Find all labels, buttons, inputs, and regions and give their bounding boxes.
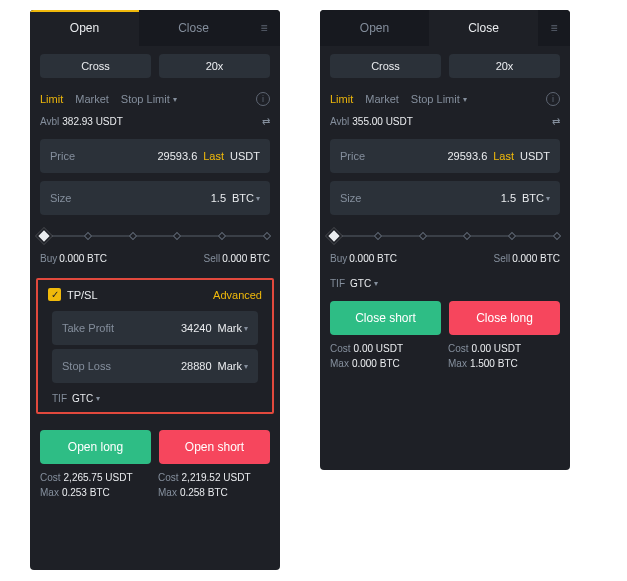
slider-tick [374, 232, 382, 240]
open-short-button[interactable]: Open short [159, 430, 270, 464]
max-short-value: 0.000 BTC [352, 358, 400, 369]
open-long-button[interactable]: Open long [40, 430, 151, 464]
close-long-button[interactable]: Close long [449, 301, 560, 335]
submit-row: Open long Open short [30, 420, 280, 470]
size-label: Size [50, 192, 71, 204]
slider-tick [263, 232, 271, 240]
slider-handle[interactable] [326, 228, 343, 245]
size-input[interactable]: Size 1.5 BTC [330, 181, 560, 215]
last-price-button[interactable]: Last [203, 150, 224, 162]
max-label-short: Max [158, 487, 177, 498]
price-input[interactable]: Price 29593.6 Last USDT [330, 139, 560, 173]
chevron-down-icon: ▾ [463, 95, 467, 104]
submit-row: Close short Close long [320, 291, 570, 341]
avbl-value: 382.93 USDT [62, 116, 123, 127]
tab-close[interactable]: Close [139, 10, 248, 46]
avbl-value: 355.00 USDT [352, 116, 413, 127]
preferences-button[interactable]: ≡ [538, 10, 570, 46]
tif-select[interactable]: GTC [72, 393, 100, 404]
tp-trigger-select[interactable]: Mark [218, 322, 248, 334]
type-limit[interactable]: Limit [330, 93, 353, 105]
buy-label: Buy [330, 253, 347, 264]
price-input[interactable]: Price 29593.6 Last USDT [40, 139, 270, 173]
transfer-icon[interactable]: ⇄ [552, 116, 560, 127]
max-row: Max0.253 BTC Max0.258 BTC [30, 485, 280, 500]
sell-label: Sell [494, 253, 511, 264]
margin-leverage-row: Cross 20x [30, 46, 280, 82]
preferences-button[interactable]: ≡ [248, 10, 280, 46]
order-type-tabs: Limit Market Stop Limit▾ i [320, 82, 570, 112]
size-slider[interactable] [40, 229, 270, 243]
tif-select[interactable]: GTC [350, 278, 378, 289]
open-close-tabs: Open Close ≡ [30, 10, 280, 46]
close-order-panel: Open Close ≡ Cross 20x Limit Market Stop… [320, 10, 570, 470]
sl-value: 28880 [181, 360, 212, 372]
take-profit-input[interactable]: Take Profit 34240 Mark [52, 311, 258, 345]
open-order-panel: Open Close ≡ Cross 20x Limit Market Stop… [30, 10, 280, 570]
type-stop-limit[interactable]: Stop Limit▾ [411, 93, 467, 105]
info-icon[interactable]: i [546, 92, 560, 106]
slider-tick [463, 232, 471, 240]
sl-trigger-select[interactable]: Mark [218, 360, 248, 372]
slider-tick [173, 232, 181, 240]
sliders-icon: ≡ [260, 21, 267, 35]
type-market[interactable]: Market [75, 93, 109, 105]
slider-tick [553, 232, 561, 240]
tif-label: TIF [330, 278, 345, 289]
transfer-icon[interactable]: ⇄ [262, 116, 270, 127]
type-stop-limit-label: Stop Limit [121, 93, 170, 105]
close-short-button[interactable]: Close short [330, 301, 441, 335]
tp-value: 34240 [181, 322, 212, 334]
sell-value: 0.000 BTC [222, 253, 270, 264]
max-label-short: Max [330, 358, 349, 369]
tpsl-advanced-button[interactable]: Advanced [213, 289, 262, 301]
slider-tick [418, 232, 426, 240]
price-value: 29593.6 [447, 150, 487, 162]
margin-mode-button[interactable]: Cross [40, 54, 151, 78]
tab-open[interactable]: Open [320, 10, 429, 46]
leverage-button[interactable]: 20x [159, 54, 270, 78]
sliders-icon: ≡ [550, 21, 557, 35]
slider-handle[interactable] [36, 228, 53, 245]
buy-sell-amounts: Buy0.000 BTC Sell0.000 BTC [320, 249, 570, 272]
stop-loss-input[interactable]: Stop Loss 28880 Mark [52, 349, 258, 383]
max-long-value: 1.500 BTC [470, 358, 518, 369]
info-icon[interactable]: i [256, 92, 270, 106]
last-price-button[interactable]: Last [493, 150, 514, 162]
cost-row: Cost2,265.75 USDT Cost2,219.52 USDT [30, 470, 280, 485]
size-value: 1.5 [501, 192, 516, 204]
leverage-button[interactable]: 20x [449, 54, 560, 78]
cost-label-short: Cost [158, 472, 179, 483]
type-market[interactable]: Market [365, 93, 399, 105]
max-label-long: Max [448, 358, 467, 369]
available-balance: Avbl 355.00 USDT ⇄ [320, 112, 570, 135]
tpsl-checkbox[interactable]: ✓ [48, 288, 61, 301]
sl-label: Stop Loss [62, 360, 111, 372]
size-slider[interactable] [330, 229, 560, 243]
cost-row: Cost0.00 USDT Cost0.00 USDT [320, 341, 570, 356]
type-limit[interactable]: Limit [40, 93, 63, 105]
max-long-value: 0.253 BTC [62, 487, 110, 498]
margin-mode-button[interactable]: Cross [330, 54, 441, 78]
size-unit-select[interactable]: BTC [232, 192, 260, 204]
order-type-tabs: Limit Market Stop Limit▾ i [30, 82, 280, 112]
size-input[interactable]: Size 1.5 BTC [40, 181, 270, 215]
price-unit: USDT [520, 150, 550, 162]
max-row: Max0.000 BTC Max1.500 BTC [320, 356, 570, 371]
size-unit-select[interactable]: BTC [522, 192, 550, 204]
avbl-label: Avbl [40, 116, 59, 127]
avbl-label: Avbl [330, 116, 349, 127]
tif-label: TIF [52, 393, 67, 404]
size-value: 1.5 [211, 192, 226, 204]
type-stop-limit-label: Stop Limit [411, 93, 460, 105]
slider-tick [84, 232, 92, 240]
buy-sell-amounts: Buy0.000 BTC Sell0.000 BTC [30, 249, 280, 272]
tab-open[interactable]: Open [30, 10, 139, 46]
size-label: Size [340, 192, 361, 204]
price-unit: USDT [230, 150, 260, 162]
cost-long-value: 2,265.75 USDT [64, 472, 133, 483]
tab-close[interactable]: Close [429, 10, 538, 46]
cost-long-value: 0.00 USDT [472, 343, 521, 354]
buy-value: 0.000 BTC [59, 253, 107, 264]
type-stop-limit[interactable]: Stop Limit▾ [121, 93, 177, 105]
